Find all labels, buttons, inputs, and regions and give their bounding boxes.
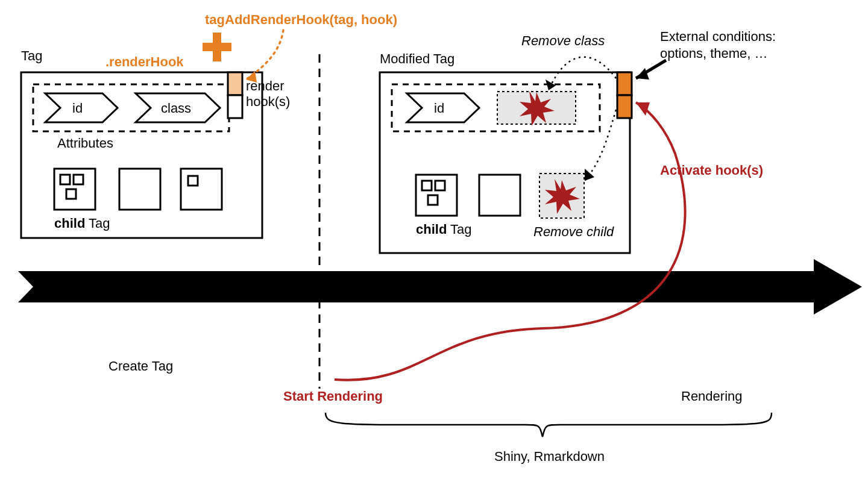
svg-rect-14 [203, 43, 231, 51]
svg-rect-21 [435, 181, 445, 190]
render-hooks-label-2: hook(s) [246, 94, 290, 109]
svg-text:class: class [161, 101, 191, 116]
renderhook-attr-label: .renderHook [105, 54, 184, 69]
render-hook-slot-bottom-right [617, 95, 632, 118]
child-tag-label-left: child Tag [54, 216, 110, 231]
activate-hooks-label: Activate hook(s) [660, 163, 763, 178]
child-tag-3 [181, 169, 222, 210]
dotted-arrow-to-class [549, 57, 616, 90]
attributes-label: Attributes [57, 136, 113, 151]
svg-rect-20 [422, 181, 432, 190]
svg-rect-12 [188, 176, 198, 186]
svg-marker-1 [814, 259, 862, 314]
attr-class-chip: class [136, 93, 220, 122]
child-tag-1 [54, 169, 95, 210]
plus-icon [203, 33, 231, 61]
red-curve [335, 102, 685, 380]
red-curve-arrow-head [636, 102, 650, 116]
footer-label: Shiny, Rmarkdown [494, 449, 605, 464]
start-rendering-label: Start Rendering [283, 389, 383, 404]
remove-child-label: Remove child [533, 224, 614, 239]
child-tag-label-right: child Tag [416, 222, 472, 237]
modified-tag-title: Modified Tag [380, 51, 454, 66]
svg-rect-10 [66, 189, 76, 199]
create-tag-label: Create Tag [108, 358, 173, 374]
svg-rect-9 [74, 175, 83, 184]
svg-rect-11 [181, 169, 222, 210]
render-hook-slot-top-right [617, 72, 632, 95]
ext-cond-arrow-head [636, 68, 649, 80]
svg-text:id: id [72, 101, 83, 116]
dotted-arrow-to-class-head [546, 80, 556, 90]
child-tag-1-right [416, 175, 457, 216]
remove-class-label: Remove class [521, 33, 605, 48]
fn-label: tagAddRenderHook(tag, hook) [205, 12, 397, 27]
external-conditions-2: options, theme, … [660, 46, 768, 61]
tag-title: Tag [21, 48, 42, 63]
removed-child-box [539, 174, 584, 218]
svg-rect-8 [60, 175, 70, 184]
attr-id-chip: id [45, 93, 118, 122]
render-hook-slot-bottom-left [228, 95, 242, 118]
attr-id-chip-right: id [407, 93, 479, 122]
render-hook-slot-top-left [228, 72, 242, 95]
svg-text:id: id [434, 101, 444, 116]
svg-rect-0 [18, 271, 814, 302]
curly-brace [326, 413, 772, 437]
child-tag-2 [119, 169, 160, 210]
svg-rect-22 [428, 195, 438, 205]
rendering-label: Rendering [681, 389, 743, 404]
external-conditions-1: External conditions: [660, 29, 776, 44]
removed-class-box [497, 91, 576, 126]
child-tag-2-right [479, 175, 520, 216]
timeline-arrow [18, 259, 862, 314]
